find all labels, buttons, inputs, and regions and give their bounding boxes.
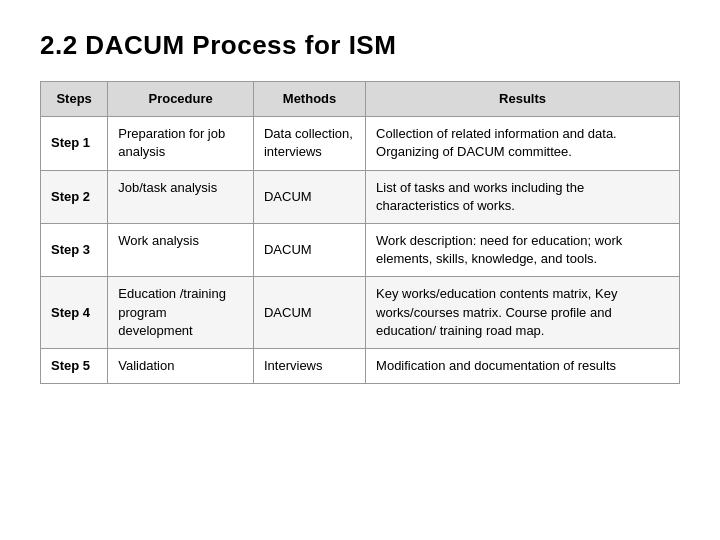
cell-methods: Interviews [253, 348, 365, 383]
table-row: Step 2Job/task analysisDACUMList of task… [41, 170, 680, 223]
col-header-procedure: Procedure [108, 82, 254, 117]
cell-procedure: Preparation for job analysis [108, 117, 254, 170]
cell-results: List of tasks and works including the ch… [366, 170, 680, 223]
cell-methods: DACUM [253, 277, 365, 349]
dacum-table: Steps Procedure Methods Results Step 1Pr… [40, 81, 680, 384]
cell-procedure: Job/task analysis [108, 170, 254, 223]
cell-step: Step 3 [41, 223, 108, 276]
cell-results: Modification and documentation of result… [366, 348, 680, 383]
table-row: Step 1Preparation for job analysisData c… [41, 117, 680, 170]
table-header-row: Steps Procedure Methods Results [41, 82, 680, 117]
cell-results: Key works/education contents matrix, Key… [366, 277, 680, 349]
page-title: 2.2 DACUM Process for ISM [40, 30, 396, 61]
col-header-results: Results [366, 82, 680, 117]
table-row: Step 4Education /training program develo… [41, 277, 680, 349]
cell-methods: DACUM [253, 170, 365, 223]
col-header-methods: Methods [253, 82, 365, 117]
cell-step: Step 5 [41, 348, 108, 383]
table-row: Step 3Work analysisDACUMWork description… [41, 223, 680, 276]
cell-step: Step 4 [41, 277, 108, 349]
cell-methods: Data collection, interviews [253, 117, 365, 170]
cell-procedure: Education /training program development [108, 277, 254, 349]
col-header-steps: Steps [41, 82, 108, 117]
table-row: Step 5ValidationInterviewsModification a… [41, 348, 680, 383]
cell-procedure: Validation [108, 348, 254, 383]
cell-procedure: Work analysis [108, 223, 254, 276]
cell-methods: DACUM [253, 223, 365, 276]
cell-results: Work description: need for education; wo… [366, 223, 680, 276]
cell-step: Step 2 [41, 170, 108, 223]
cell-results: Collection of related information and da… [366, 117, 680, 170]
cell-step: Step 1 [41, 117, 108, 170]
